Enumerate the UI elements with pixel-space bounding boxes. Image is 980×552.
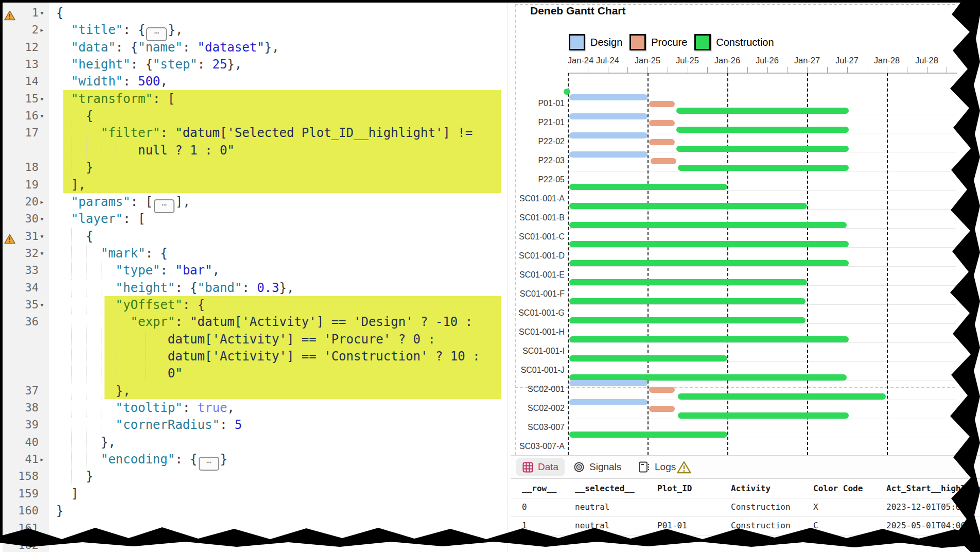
code-line[interactable]: 1▾{ <box>3 4 507 22</box>
code-line[interactable]: 17"filter": "datum['Selected Plot_ID__hi… <box>3 124 507 142</box>
code-line[interactable]: 32▾"mark": { <box>3 245 507 262</box>
gantt-bar-construction[interactable] <box>569 260 849 266</box>
indent-guide <box>116 331 116 348</box>
line-number: 41 <box>12 451 39 468</box>
gantt-bar-construction[interactable] <box>569 203 807 209</box>
gantt-bar-design[interactable] <box>569 399 647 405</box>
gantt-bar-design[interactable] <box>569 380 647 386</box>
tab-data-label: Data <box>538 461 558 473</box>
gantt-bar-procure[interactable] <box>649 139 675 145</box>
debug-panel: Data Signals Logs <box>511 455 980 552</box>
code-line[interactable]: 18} <box>3 159 507 176</box>
gantt-bar-procure[interactable] <box>649 120 675 126</box>
indent-guide <box>101 365 101 382</box>
gantt-bar-construction[interactable] <box>569 336 849 342</box>
line-number: 162 <box>12 537 39 552</box>
year-gridline <box>887 73 888 455</box>
table-header-cell: Plot_ID <box>657 484 692 493</box>
indent-guide <box>71 313 72 331</box>
gantt-bar-design[interactable] <box>569 113 647 119</box>
gantt-bar-construction[interactable] <box>564 89 570 95</box>
gantt-bar-construction[interactable] <box>678 393 886 400</box>
code-line[interactable]: 0" <box>3 365 507 382</box>
code-line[interactable]: datum['Activity'] == 'Procure' ? 0 : <box>3 331 507 348</box>
tab-logs[interactable]: Logs <box>632 458 682 476</box>
indent-guide <box>145 365 146 382</box>
code-line[interactable]: 19], <box>3 176 507 194</box>
fold-arrow-icon[interactable]: ▾ <box>40 228 48 245</box>
gantt-bar-construction[interactable] <box>569 298 806 304</box>
code-line[interactable]: 30▾"layer": [ <box>3 210 507 228</box>
code-text: "data": {"name": "dataset"}, <box>71 39 279 56</box>
gantt-bar-design[interactable] <box>569 132 647 139</box>
gantt-bar-construction[interactable] <box>676 108 849 114</box>
fold-arrow-icon[interactable]: ▸ <box>40 193 48 211</box>
code-line[interactable]: 16▾{ <box>3 107 507 125</box>
gantt-bar-construction[interactable] <box>569 432 727 438</box>
code-line[interactable]: 39"cornerRadius": 5 <box>3 416 507 434</box>
code-line[interactable]: 38"tooltip": true, <box>3 399 507 417</box>
gantt-bar-construction[interactable] <box>569 355 727 361</box>
code-token: } <box>220 452 227 467</box>
code-line[interactable]: 14"width": 500, <box>3 73 507 90</box>
code-text: datum['Activity'] == 'Procure' ? 0 : <box>168 331 435 348</box>
indent-guide <box>101 313 101 331</box>
gantt-bar-construction[interactable] <box>678 412 849 419</box>
tab-data[interactable]: Data <box>516 458 565 476</box>
gantt-bar-procure[interactable] <box>649 387 675 393</box>
code-line[interactable]: 158} <box>3 468 507 485</box>
code-line[interactable]: 41▸"encoding": {⋯} <box>3 451 507 468</box>
gantt-bar-construction[interactable] <box>569 241 849 247</box>
fold-arrow-icon[interactable]: ▸ <box>40 21 48 39</box>
fold-arrow-icon[interactable]: ▾ <box>40 296 48 314</box>
gantt-bar-procure[interactable] <box>649 406 675 412</box>
code-line[interactable]: 161 <box>3 520 507 537</box>
code-line[interactable]: 15▾"transform": [ <box>3 90 507 108</box>
gantt-bar-design[interactable] <box>569 151 647 158</box>
gantt-bar-procure[interactable] <box>651 158 676 164</box>
code-line[interactable]: 159] <box>3 485 507 503</box>
code-line[interactable]: 2▸"title": {⋯}, <box>3 21 507 39</box>
tab-signals[interactable]: Signals <box>567 458 627 476</box>
code-line[interactable]: 20▸"params": [⋯], <box>3 193 507 211</box>
code-line[interactable]: 13"height": {"step": 25}, <box>3 56 507 73</box>
gantt-bar-construction[interactable] <box>678 165 849 171</box>
code-line[interactable]: 33"type": "bar", <box>3 262 507 279</box>
gantt-bar-construction[interactable] <box>676 127 849 133</box>
code-line[interactable]: null ? 1 : 0" <box>3 142 507 159</box>
fold-arrow-icon[interactable]: ▾ <box>40 210 48 228</box>
gantt-bar-design[interactable] <box>569 94 647 100</box>
code-line[interactable]: 160} <box>3 502 507 520</box>
code-line[interactable]: 31▾{ <box>3 228 507 245</box>
line-number: 15 <box>12 90 39 108</box>
code-line[interactable]: 37}, <box>3 382 507 400</box>
code-line[interactable]: 162 <box>3 537 507 552</box>
gantt-bar-procure[interactable] <box>649 101 675 107</box>
fold-arrow-icon[interactable]: ▾ <box>40 107 48 125</box>
gantt-bar-construction[interactable] <box>676 146 849 152</box>
indent-guide <box>86 279 86 297</box>
gantt-bar-construction[interactable] <box>569 184 727 190</box>
code-line[interactable]: datum['Activity'] == 'Construction' ? 10… <box>3 348 507 365</box>
code-line[interactable]: 40}, <box>3 434 507 451</box>
code-line[interactable]: 12"data": {"name": "dataset"}, <box>3 39 507 56</box>
gantt-bar-construction[interactable] <box>569 279 807 285</box>
indent-guide <box>71 296 72 314</box>
fold-arrow-icon[interactable]: ▸ <box>40 451 48 468</box>
code-text: "filter": "datum['Selected Plot_ID__high… <box>101 124 472 142</box>
indent-guide <box>71 399 72 417</box>
code-line[interactable]: 36"expr": "datum['Activity'] == 'Design'… <box>3 313 507 331</box>
gantt-bar-construction[interactable] <box>569 222 847 228</box>
code-token: : { <box>130 57 152 72</box>
axis-tick-label: Jan-27 <box>789 56 825 65</box>
fold-arrow-icon[interactable]: ▾ <box>40 245 48 262</box>
fold-arrow-icon[interactable]: ▾ <box>40 4 48 22</box>
gantt-bar-construction[interactable] <box>569 317 806 323</box>
spec-editor[interactable]: 1▾{2▸"title": {⋯},12"data": {"name": "da… <box>3 3 507 552</box>
code-token: "filter" <box>101 126 161 140</box>
code-line[interactable]: 35▾"yOffset": { <box>3 296 507 314</box>
fold-arrow-icon[interactable]: ▾ <box>40 90 48 108</box>
table-separator <box>511 498 980 498</box>
code-line[interactable]: 34"height": {"band": 0.3}, <box>3 279 507 297</box>
indent-guide <box>116 313 116 331</box>
